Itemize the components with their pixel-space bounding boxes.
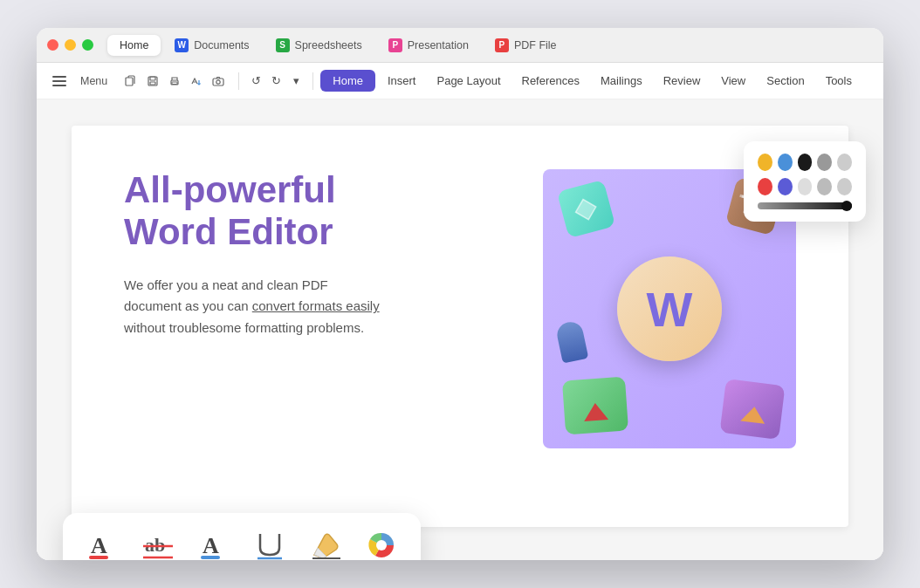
documents-icon: W <box>175 38 189 52</box>
svg-rect-13 <box>89 556 108 559</box>
toolbar: Menu ↺ ↻ ▾ Home <box>37 63 883 99</box>
save-button[interactable] <box>143 72 162 91</box>
color-black[interactable] <box>798 154 813 171</box>
color-mid-gray[interactable] <box>817 178 832 195</box>
tools-menu-item[interactable]: Tools <box>817 71 861 91</box>
divider-1 <box>238 72 239 90</box>
doc-body: We offer you a neat and clean PDF docume… <box>124 275 386 339</box>
svg-rect-0 <box>126 78 133 85</box>
svg-rect-2 <box>150 77 155 80</box>
svg-rect-6 <box>213 79 223 85</box>
w-logo: W <box>617 256 722 361</box>
heading-line1: All-powerful <box>124 169 336 210</box>
references-menu-item[interactable]: References <box>513 71 588 91</box>
close-button[interactable] <box>47 39 58 51</box>
color-row-1 <box>758 154 852 171</box>
maximize-button[interactable] <box>82 39 93 51</box>
menu-button[interactable]: Menu <box>73 72 114 91</box>
float-pin <box>555 319 589 363</box>
color-light-gray[interactable] <box>837 154 852 171</box>
menu-label: Menu <box>80 75 107 87</box>
tab-spreadsheets-label: Spreedsheets <box>295 39 362 51</box>
underline-tool[interactable] <box>251 527 288 560</box>
section-menu-item[interactable]: Section <box>758 71 813 91</box>
window-controls <box>47 39 93 51</box>
color-blue[interactable] <box>778 154 793 171</box>
tab-pdf-label: PDF File <box>514 39 557 51</box>
home-tab-button[interactable]: Home <box>320 70 375 92</box>
color-gray[interactable] <box>817 154 832 171</box>
main-content: All-powerful Word Editor We offer you a … <box>37 99 883 560</box>
review-menu-item[interactable]: Review <box>655 71 710 91</box>
hamburger-menu[interactable] <box>49 72 70 90</box>
references-label: References <box>522 74 580 87</box>
mailings-menu-item[interactable]: Mailings <box>592 71 651 91</box>
undo-dropdown[interactable]: ▾ <box>286 72 306 91</box>
svg-rect-5 <box>172 82 177 85</box>
tools-label: Tools <box>826 74 852 87</box>
tab-documents[interactable]: W Documents <box>162 34 261 57</box>
tab-pdf[interactable]: P PDF File <box>483 34 569 57</box>
tab-spreadsheets[interactable]: S Spreedsheets <box>264 34 374 57</box>
color-light-gray3[interactable] <box>837 178 852 195</box>
bottom-toolbar: A ab A <box>63 513 421 560</box>
view-menu-item[interactable]: View <box>712 71 754 91</box>
tab-documents-label: Documents <box>194 39 249 51</box>
float-teal-card <box>557 180 615 238</box>
divider-2 <box>312 72 313 90</box>
view-label: View <box>721 74 745 87</box>
float-purple-card <box>719 379 785 440</box>
chart-tool[interactable] <box>363 527 400 560</box>
document-page: All-powerful Word Editor We offer you a … <box>72 126 848 527</box>
redo-button[interactable]: ↻ <box>266 72 285 91</box>
print-button[interactable] <box>165 72 184 91</box>
color-purple[interactable] <box>778 178 793 195</box>
doc-heading: All-powerful Word Editor <box>124 169 508 254</box>
heading-line2: Word Editor <box>124 211 333 252</box>
undo-button[interactable]: ↺ <box>246 72 265 91</box>
insert-label: Insert <box>388 74 416 87</box>
title-bar: Home W Documents S Spreedsheets P Presen… <box>37 28 883 63</box>
page-layout-menu-item[interactable]: Page Layout <box>428 71 509 91</box>
svg-rect-3 <box>150 82 155 85</box>
svg-point-7 <box>216 79 220 83</box>
w-letter: W <box>647 281 693 338</box>
home-btn-label: Home <box>333 74 363 87</box>
color-row-2 <box>758 178 852 195</box>
color-red[interactable] <box>758 178 772 195</box>
doc-text-section: All-powerful Word Editor We offer you a … <box>124 169 508 483</box>
camera-button[interactable] <box>209 72 228 91</box>
text-color-tool[interactable]: A <box>84 527 120 560</box>
mailings-label: Mailings <box>601 74 642 87</box>
svg-text:A: A <box>203 533 219 558</box>
tab-home-label: Home <box>120 39 148 51</box>
svg-marker-11 <box>740 406 766 424</box>
pdf-icon: P <box>495 38 509 52</box>
page-layout-label: Page Layout <box>436 74 500 87</box>
review-label: Review <box>663 74 701 87</box>
app-window: Home W Documents S Spreedsheets P Presen… <box>37 28 883 560</box>
spell-check-button[interactable] <box>187 72 206 91</box>
color-slider-thumb[interactable] <box>841 201 852 211</box>
color-light-gray2[interactable] <box>798 178 813 195</box>
doc-link[interactable]: convert formats easily <box>252 298 380 313</box>
undo-redo-group: ↺ ↻ ▾ <box>246 72 306 91</box>
insert-menu-item[interactable]: Insert <box>379 71 425 91</box>
svg-point-22 <box>376 540 387 550</box>
tab-presentation-label: Presentation <box>408 39 469 51</box>
float-green-card <box>562 377 628 435</box>
color-picker-popup <box>744 141 866 222</box>
color-slider[interactable] <box>758 202 852 209</box>
color-yellow[interactable] <box>758 154 772 171</box>
svg-rect-18 <box>201 556 220 559</box>
text-highlight-tool[interactable]: A <box>196 527 232 560</box>
strikethrough-tool[interactable]: ab <box>140 527 176 560</box>
body-text-after: without troublesome formatting problems. <box>124 320 364 335</box>
spreadsheets-icon: S <box>276 38 290 52</box>
open-file-button[interactable] <box>121 72 141 91</box>
svg-marker-10 <box>583 402 608 421</box>
minimize-button[interactable] <box>65 39 76 51</box>
tab-home[interactable]: Home <box>107 35 161 56</box>
tab-presentation[interactable]: P Presentation <box>376 34 481 57</box>
eraser-tool[interactable] <box>307 527 344 560</box>
